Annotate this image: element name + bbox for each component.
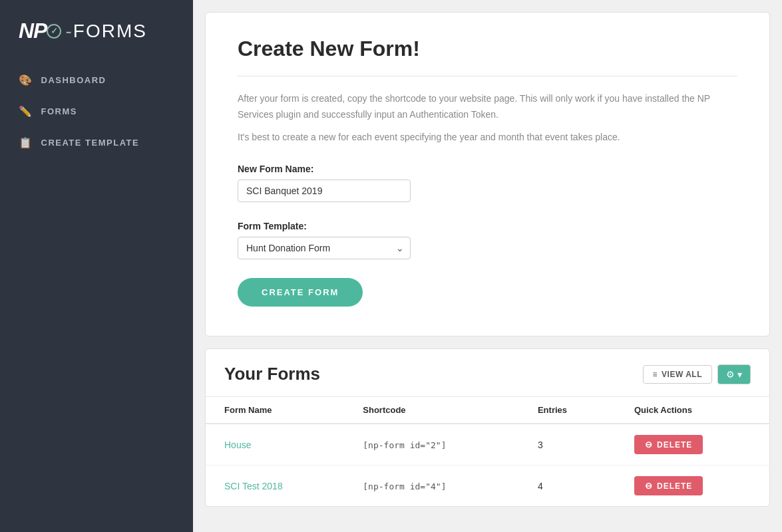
actions-cell-house: ⊖ DELETE [616, 424, 769, 466]
logo-np: NP [19, 19, 47, 43]
actions-cell-sci: ⊖ DELETE [616, 466, 769, 507]
create-form-description-2: It's best to create a new for each event… [238, 130, 737, 146]
sidebar-item-create-template[interactable]: 📋 CREATE TEMPLATE [0, 127, 193, 158]
forms-table-body: House [np-form id="2"] 3 ⊖ DELETE [206, 424, 769, 506]
col-form-name: Form Name [206, 397, 344, 424]
col-quick-actions: Quick Actions [616, 397, 769, 424]
gear-dropdown-arrow: ▾ [737, 369, 742, 380]
form-name-section: New Form Name: [238, 164, 737, 202]
forms-panel-actions: ≡ VIEW ALL ⚙ ▾ [643, 364, 751, 384]
panel-divider [238, 76, 737, 76]
form-template-select[interactable]: Hunt Donation Form Standard Form Donatio… [238, 237, 411, 259]
delete-icon-sci: ⊖ [645, 481, 653, 491]
sidebar-item-create-template-label: CREATE TEMPLATE [41, 138, 140, 148]
form-name-cell-sci: SCI Test 2018 [206, 466, 344, 507]
delete-label-sci: DELETE [657, 481, 692, 491]
delete-button-sci[interactable]: ⊖ DELETE [634, 476, 703, 495]
logo-check-icon [47, 24, 61, 39]
table-row: SCI Test 2018 [np-form id="4"] 4 ⊖ DELET… [206, 466, 769, 507]
sidebar-nav: 🎨 DASHBOARD ✏️ FORMS 📋 CREATE TEMPLATE [0, 65, 193, 158]
form-template-label: Form Template: [238, 221, 737, 231]
create-form-description-1: After your form is created, copy the sho… [238, 91, 737, 123]
sidebar-item-dashboard-label: DASHBOARD [41, 75, 106, 85]
forms-icon: ✏️ [19, 105, 33, 118]
shortcode-text-sci: [np-form id="4"] [363, 481, 446, 491]
view-all-label: VIEW ALL [662, 370, 702, 379]
your-forms-panel: Your Forms ≡ VIEW ALL ⚙ ▾ Form Name Shor… [205, 348, 770, 507]
create-template-icon: 📋 [19, 136, 33, 149]
form-name-cell: House [206, 424, 344, 466]
create-form-title: Create New Form! [238, 37, 737, 61]
create-form-button[interactable]: CREATE FORM [238, 278, 363, 307]
sidebar-item-dashboard[interactable]: 🎨 DASHBOARD [0, 65, 193, 96]
delete-button-house[interactable]: ⊖ DELETE [634, 435, 703, 454]
col-shortcode: Shortcode [344, 397, 519, 424]
list-icon: ≡ [653, 370, 658, 379]
form-name-label: New Form Name: [238, 164, 737, 174]
delete-icon-house: ⊖ [645, 440, 653, 450]
sidebar-item-forms-label: FORMS [41, 106, 77, 116]
main-content: Create New Form! After your form is crea… [193, 0, 782, 532]
forms-table: Form Name Shortcode Entries Quick Action… [206, 397, 769, 506]
form-name-input[interactable] [238, 180, 411, 202]
form-template-section: Form Template: Hunt Donation Form Standa… [238, 221, 737, 259]
table-row: House [np-form id="2"] 3 ⊖ DELETE [206, 424, 769, 466]
sidebar-item-forms[interactable]: ✏️ FORMS [0, 96, 193, 127]
gear-icon: ⚙ [726, 369, 735, 380]
logo-forms: FORMS [73, 21, 147, 42]
sidebar: NP - FORMS 🎨 DASHBOARD ✏️ FORMS 📋 CREATE… [0, 0, 193, 532]
view-all-button[interactable]: ≡ VIEW ALL [643, 365, 712, 384]
logo-dash: - [65, 21, 71, 42]
delete-label-house: DELETE [657, 440, 692, 450]
forms-panel-header: Your Forms ≡ VIEW ALL ⚙ ▾ [206, 349, 769, 397]
forms-table-header-row: Form Name Shortcode Entries Quick Action… [206, 397, 769, 424]
form-template-select-wrapper: Hunt Donation Form Standard Form Donatio… [238, 237, 411, 259]
forms-table-head: Form Name Shortcode Entries Quick Action… [206, 397, 769, 424]
create-form-panel: Create New Form! After your form is crea… [205, 12, 770, 336]
your-forms-title: Your Forms [224, 364, 320, 384]
sidebar-logo: NP - FORMS [0, 0, 193, 65]
shortcode-cell-house: [np-form id="2"] [344, 424, 519, 466]
entries-cell-sci: 4 [519, 466, 616, 507]
gear-button[interactable]: ⚙ ▾ [717, 364, 751, 384]
shortcode-text-house: [np-form id="2"] [363, 440, 446, 450]
form-link-house[interactable]: House [224, 440, 251, 450]
col-entries: Entries [519, 397, 616, 424]
form-link-sci[interactable]: SCI Test 2018 [224, 481, 283, 491]
dashboard-icon: 🎨 [19, 74, 33, 86]
entries-cell-house: 3 [519, 424, 616, 466]
shortcode-cell-sci: [np-form id="4"] [344, 466, 519, 507]
